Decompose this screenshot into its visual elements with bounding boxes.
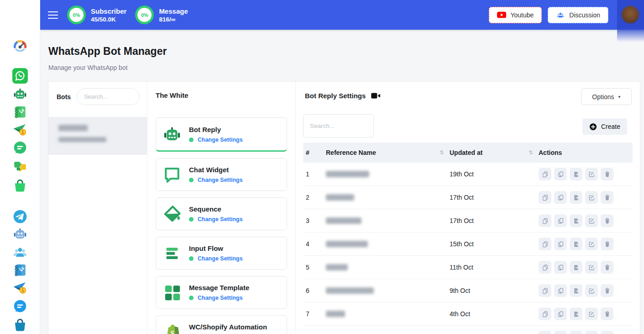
export-button[interactable] (570, 284, 582, 297)
telegram-groups-icon[interactable] (12, 244, 28, 260)
bot-list-item-selected[interactable] (48, 117, 147, 155)
sequence-icon (162, 204, 182, 224)
setting-card-input-flow[interactable]: Input Flow Change Settings (156, 237, 287, 270)
main-card: Bots The White Bot Reply Change Settings… (48, 81, 640, 334)
export-button[interactable] (570, 261, 582, 274)
export-button[interactable] (570, 214, 582, 227)
copy-button[interactable] (554, 238, 567, 250)
row-index: 4 (303, 240, 323, 248)
youtube-button[interactable]: Youtube (489, 7, 542, 23)
copy-button[interactable] (554, 331, 567, 334)
edit-icon (588, 311, 595, 318)
delete-button[interactable] (601, 168, 613, 180)
duplicate-icon (542, 287, 549, 294)
copy-icon (557, 194, 564, 201)
copy-button[interactable] (554, 191, 567, 204)
delete-button[interactable] (601, 238, 613, 250)
sort-icon[interactable]: ⇅ (529, 149, 533, 156)
reference-name-redacted (326, 217, 361, 224)
export-button[interactable] (570, 238, 582, 250)
telegram-campaign-icon[interactable] (12, 280, 28, 296)
edit-button[interactable] (585, 284, 598, 297)
bots-search-input[interactable] (77, 88, 140, 105)
change-settings-link[interactable]: Change Settings (198, 295, 243, 301)
discussion-icon (556, 11, 565, 19)
edit-button[interactable] (585, 307, 598, 320)
export-button[interactable] (570, 307, 582, 320)
telegram-icon[interactable] (12, 208, 28, 225)
subscriber-progress-ring: 0% (67, 5, 86, 24)
bot-reply-table: # Reference Name⇅ Updated at⇅ Actions 1 … (303, 143, 633, 334)
change-settings-link[interactable]: Change Settings (198, 255, 243, 262)
delete-button[interactable] (601, 214, 613, 227)
whatsapp-chat-icon[interactable] (12, 140, 28, 156)
copy-button[interactable] (554, 307, 567, 320)
export-button[interactable] (570, 191, 582, 204)
avatar[interactable] (622, 6, 639, 23)
delete-button[interactable] (601, 284, 613, 297)
telegram-contacts-icon[interactable] (12, 262, 28, 278)
change-settings-link[interactable]: Change Settings (198, 137, 243, 143)
row-index: 3 (303, 217, 323, 224)
video-tutorial-icon[interactable] (371, 92, 381, 99)
export-button[interactable] (570, 331, 582, 334)
delete-button[interactable] (601, 307, 613, 320)
whatsapp-bot-icon[interactable] (12, 86, 28, 102)
duplicate-button[interactable] (539, 307, 551, 320)
duplicate-button[interactable] (539, 261, 551, 274)
bot-name-redacted (58, 125, 88, 131)
reference-name-redacted (326, 264, 348, 270)
copy-button[interactable] (554, 214, 567, 227)
edit-button[interactable] (585, 238, 598, 250)
change-settings-link[interactable]: Change Settings (198, 216, 243, 223)
duplicate-button[interactable] (539, 214, 551, 227)
edit-button[interactable] (585, 331, 598, 334)
setting-card-wc-shopify[interactable]: WC/Shopify Automation Change Settings (156, 315, 287, 334)
copy-button[interactable] (554, 168, 567, 180)
setting-card-bot-reply[interactable]: Bot Reply Change Settings (156, 117, 287, 152)
table-search-input[interactable] (303, 114, 374, 138)
whatsapp-campaign-icon[interactable] (12, 122, 28, 138)
edit-button[interactable] (585, 191, 598, 204)
edit-button[interactable] (585, 261, 598, 274)
duplicate-button[interactable] (539, 168, 551, 180)
create-button[interactable]: Create (582, 118, 627, 135)
export-icon (573, 241, 580, 248)
whatsapp-store-icon[interactable] (12, 177, 28, 194)
export-button[interactable] (570, 168, 582, 180)
options-button[interactable]: Options ▾ (581, 88, 632, 105)
menu-toggle-button[interactable] (47, 11, 58, 19)
change-settings-link[interactable]: Change Settings (198, 177, 243, 183)
whatsapp-contacts-icon[interactable] (12, 104, 28, 120)
edit-button[interactable] (585, 168, 598, 180)
duplicate-icon (542, 241, 549, 248)
discussion-button[interactable]: Discussion (548, 7, 608, 23)
bot-reply-icon (162, 124, 182, 144)
chevron-down-icon: ▾ (618, 94, 621, 99)
export-icon (573, 287, 580, 294)
delete-button[interactable] (601, 191, 613, 204)
delete-button[interactable] (601, 331, 613, 334)
setting-card-message-template[interactable]: Message Template Change Settings (156, 276, 287, 309)
duplicate-button[interactable] (539, 331, 551, 334)
duplicate-button[interactable] (539, 238, 551, 250)
integrations-icon[interactable] (12, 158, 28, 174)
duplicate-button[interactable] (539, 284, 551, 297)
duplicate-icon (542, 171, 549, 178)
telegram-bot-icon[interactable] (12, 226, 28, 242)
copy-button[interactable] (554, 284, 567, 297)
sort-icon[interactable]: ⇅ (440, 149, 444, 156)
setting-card-sequence[interactable]: Sequence Change Settings (156, 197, 287, 230)
message-value: 816/∞ (159, 16, 188, 23)
whatsapp-icon[interactable] (12, 68, 28, 84)
dashboard-gauge-icon[interactable] (12, 37, 28, 53)
telegram-store-icon[interactable] (12, 317, 28, 333)
telegram-chat-icon[interactable] (12, 298, 28, 315)
edit-icon (588, 241, 595, 248)
copy-button[interactable] (554, 261, 567, 274)
edit-button[interactable] (585, 214, 598, 227)
copy-icon (557, 311, 564, 318)
setting-card-chat-widget[interactable]: Chat Widget Change Settings (156, 158, 287, 191)
delete-button[interactable] (601, 261, 613, 274)
duplicate-button[interactable] (539, 191, 551, 204)
